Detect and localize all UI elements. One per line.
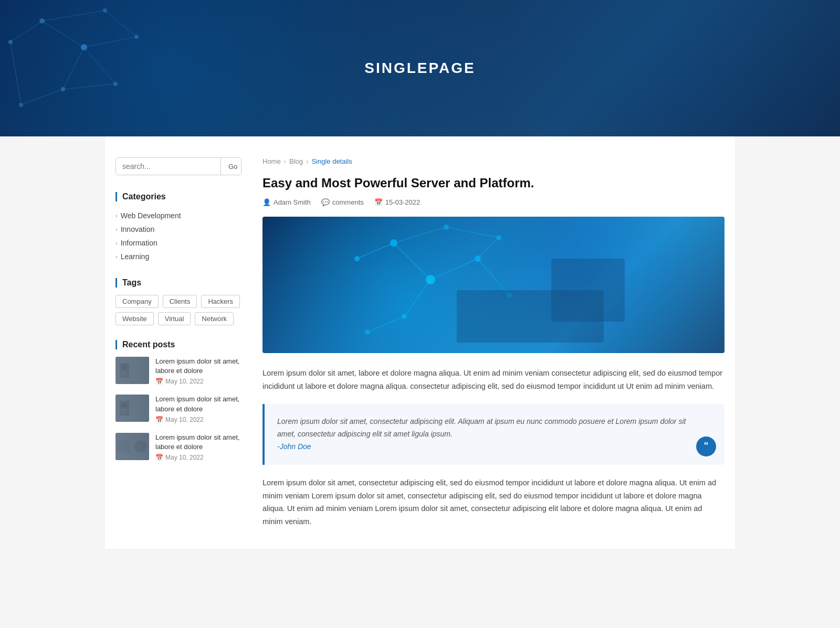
hero-banner: SINGLEPAGE: [0, 0, 840, 136]
svg-point-13: [61, 87, 65, 91]
calendar-icon: 📅: [155, 378, 163, 385]
blockquote-author: -John Doe: [277, 442, 311, 451]
svg-point-48: [496, 235, 501, 240]
post-date-meta: 📅 15-03-2022: [374, 198, 421, 206]
post-featured-image: [262, 217, 724, 353]
svg-line-4: [10, 42, 21, 105]
recent-post-title: Lorem ipsum dolor sit amet, labore et do…: [155, 395, 242, 413]
user-icon: 👤: [262, 198, 271, 206]
svg-rect-28: [116, 433, 149, 460]
svg-rect-25: [122, 403, 127, 407]
recent-post-info: Lorem ipsum dolor sit amet, labore et do…: [155, 395, 242, 423]
search-arrow-icon: →: [239, 163, 242, 171]
svg-line-8: [84, 47, 116, 84]
page-wrapper: Go → Categories › Web Development › Inno…: [105, 136, 735, 549]
page-title: SINGLEPAGE: [364, 60, 476, 77]
tag-item[interactable]: Hackers: [201, 295, 240, 308]
tag-item[interactable]: Clients: [163, 295, 197, 308]
post-date: 15-03-2022: [385, 198, 421, 206]
category-item[interactable]: › Information: [116, 236, 242, 250]
svg-rect-29: [118, 440, 130, 453]
recent-post-item[interactable]: Lorem ipsum dolor sit amet, labore et do…: [116, 395, 242, 423]
post-body-paragraph-2: Lorem ipsum dolor sit amet, consectetur …: [262, 476, 724, 528]
svg-line-36: [478, 259, 509, 295]
svg-rect-26: [122, 409, 127, 410]
chevron-icon: ›: [116, 253, 118, 260]
category-item[interactable]: › Web Development: [116, 209, 242, 222]
svg-point-17: [113, 82, 118, 86]
calendar-icon: 📅: [155, 416, 163, 423]
main-content: Home › Blog › Single details Easy and Mo…: [262, 157, 724, 528]
svg-point-41: [390, 239, 397, 247]
svg-line-32: [394, 243, 430, 280]
tag-item[interactable]: Company: [116, 295, 159, 308]
recent-post-thumbnail: [116, 433, 149, 460]
svg-point-16: [134, 35, 139, 39]
svg-point-10: [8, 40, 13, 44]
date-icon: 📅: [374, 198, 383, 206]
category-item[interactable]: › Innovation: [116, 222, 242, 236]
svg-line-35: [430, 259, 478, 280]
category-item[interactable]: › Learning: [116, 250, 242, 263]
svg-line-2: [63, 47, 84, 89]
recent-post-title: Lorem ipsum dolor sit amet, labore et do…: [155, 357, 242, 376]
recent-post-info: Lorem ipsum dolor sit amet, labore et do…: [155, 433, 242, 461]
tags-section: Tags Company Clients Hackers Website Vir…: [116, 278, 242, 325]
svg-line-33: [404, 280, 430, 316]
category-label: Learning: [121, 252, 150, 261]
svg-line-7: [84, 37, 136, 47]
recent-post-item[interactable]: Lorem ipsum dolor sit amet, labore et do…: [116, 433, 242, 461]
featured-image-network: [262, 217, 724, 353]
svg-point-11: [39, 18, 45, 24]
svg-line-6: [105, 10, 136, 37]
recent-post-date: 📅 May 10, 2022: [155, 454, 242, 461]
chevron-icon: ›: [116, 226, 118, 232]
breadcrumb-blog[interactable]: Blog: [289, 157, 303, 165]
calendar-icon: 📅: [155, 454, 163, 461]
svg-rect-19: [120, 363, 129, 378]
svg-line-5: [42, 10, 105, 21]
tag-item[interactable]: Virtual: [158, 312, 191, 325]
category-label: Information: [121, 239, 158, 247]
recent-post-date: 📅 May 10, 2022: [155, 378, 242, 385]
tag-item[interactable]: Network: [195, 312, 234, 325]
breadcrumb-separator: ›: [284, 157, 286, 165]
post-author-meta: 👤 Adam Smith: [262, 198, 311, 206]
svg-rect-20: [122, 365, 127, 369]
svg-line-34: [368, 316, 404, 332]
post-author: Adam Smith: [274, 198, 311, 206]
chevron-icon: ›: [116, 212, 118, 219]
categories-title: Categories: [116, 192, 242, 201]
recent-posts-title: Recent posts: [116, 340, 242, 349]
tags-title: Tags: [116, 278, 242, 288]
post-title: Easy and Most Powerful Server and Platfo…: [262, 175, 724, 191]
breadcrumb-home[interactable]: Home: [262, 157, 281, 165]
svg-line-0: [10, 21, 42, 42]
breadcrumb: Home › Blog › Single details: [262, 157, 724, 165]
svg-line-9: [63, 84, 116, 89]
recent-post-item[interactable]: Lorem ipsum dolor sit amet, labore et do…: [116, 357, 242, 385]
svg-point-47: [444, 225, 449, 230]
post-body-paragraph-1: Lorem ipsum dolor sit amet, labore et do…: [262, 367, 724, 392]
recent-post-date: 📅 May 10, 2022: [155, 416, 242, 423]
search-input[interactable]: [116, 158, 220, 175]
breadcrumb-separator: ›: [306, 157, 308, 165]
post-comments: comments: [332, 198, 364, 206]
svg-point-15: [103, 8, 107, 13]
search-button-label: Go: [228, 163, 237, 171]
svg-line-37: [394, 227, 446, 243]
svg-line-31: [357, 243, 394, 259]
svg-line-39: [478, 238, 499, 259]
svg-point-44: [365, 329, 370, 335]
search-button[interactable]: Go →: [220, 158, 242, 175]
svg-rect-27: [122, 411, 125, 412]
svg-rect-24: [120, 401, 129, 416]
svg-line-3: [21, 89, 63, 105]
svg-point-30: [134, 440, 147, 453]
category-list: › Web Development › Innovation › Informa…: [116, 209, 242, 263]
tag-item[interactable]: Website: [116, 312, 154, 325]
recent-post-info: Lorem ipsum dolor sit amet, labore et do…: [155, 357, 242, 385]
comment-icon: 💬: [321, 198, 330, 206]
svg-rect-18: [116, 357, 149, 384]
categories-section: Categories › Web Development › Innovatio…: [116, 192, 242, 263]
